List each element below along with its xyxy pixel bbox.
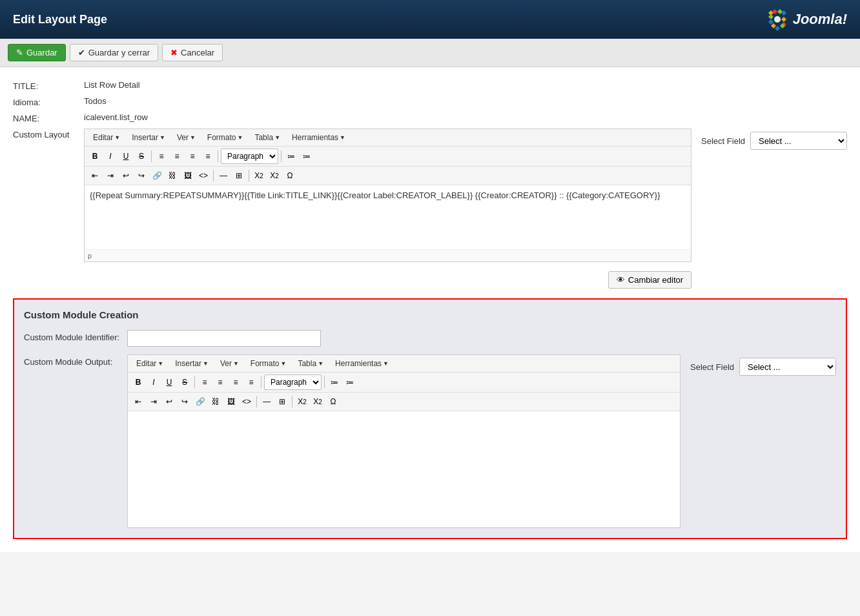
module-output-label: Custom Module Output: bbox=[24, 354, 127, 367]
code2-button[interactable]: <> bbox=[240, 395, 254, 409]
undo-button[interactable]: ↩ bbox=[119, 169, 133, 183]
editor1-menu-herramientas[interactable]: Herramientas ▼ bbox=[287, 131, 351, 144]
page-title: Edit Layout Page bbox=[13, 13, 107, 26]
omega-button[interactable]: Ω bbox=[283, 169, 297, 183]
underline2-button[interactable]: U bbox=[162, 375, 176, 389]
main-toolbar: ✎ Guardar ✔ Guardar y cerrar ✖ Cancelar bbox=[0, 39, 860, 67]
select-field-label1: Select Field bbox=[701, 136, 745, 146]
bold2-button[interactable]: B bbox=[131, 375, 145, 389]
paragraph2-select[interactable]: Paragraph bbox=[264, 375, 322, 390]
idioma-label: Idioma: bbox=[13, 96, 84, 107]
indent-left-button[interactable]: ⇤ bbox=[88, 169, 102, 183]
unordered-list2-button[interactable]: ≔ bbox=[327, 375, 342, 389]
save-close-button[interactable]: ✔ Guardar y cerrar bbox=[70, 44, 158, 61]
link2-button[interactable]: 🔗 bbox=[193, 395, 207, 409]
editor2-container: Editar ▼ Insertar ▼ Ver ▼ Formato bbox=[127, 354, 681, 528]
bold-button[interactable]: B bbox=[88, 149, 102, 163]
align-center2-button[interactable]: ≡ bbox=[213, 375, 227, 389]
editor2-menu-insertar[interactable]: Insertar ▼ bbox=[170, 357, 214, 370]
tabla-arrow-icon: ▼ bbox=[274, 134, 280, 141]
align-left2-button[interactable]: ≡ bbox=[198, 375, 212, 389]
italic-button[interactable]: I bbox=[103, 149, 118, 163]
editor2-menu-formato[interactable]: Formato ▼ bbox=[245, 357, 292, 370]
omega2-button[interactable]: Ω bbox=[326, 395, 340, 409]
times-icon: ✖ bbox=[170, 48, 178, 57]
tabla2-arrow-icon: ▼ bbox=[318, 360, 323, 367]
subscript2-button[interactable]: X2 bbox=[295, 395, 309, 409]
ordered-list-button[interactable]: ≔ bbox=[300, 149, 314, 163]
separator9 bbox=[256, 396, 257, 407]
cambiar-editor-button[interactable]: 👁 Cambiar editor bbox=[608, 271, 691, 289]
superscript2-button[interactable]: X2 bbox=[311, 395, 325, 409]
separator4 bbox=[213, 170, 214, 181]
table2-button[interactable]: ⊞ bbox=[275, 395, 289, 409]
align-justify-button[interactable]: ≡ bbox=[201, 149, 215, 163]
editar2-arrow-icon: ▼ bbox=[158, 360, 163, 367]
ver2-arrow-icon: ▼ bbox=[233, 360, 239, 367]
editor1-menubar: Editar ▼ Insertar ▼ Ver ▼ Formato ▼ bbox=[85, 129, 691, 147]
italic2-button[interactable]: I bbox=[147, 375, 161, 389]
subscript-button[interactable]: X2 bbox=[252, 169, 266, 183]
align-right-button[interactable]: ≡ bbox=[185, 149, 200, 163]
herramientas2-arrow-icon: ▼ bbox=[383, 360, 389, 367]
separator3 bbox=[281, 150, 282, 162]
module-identifier-input[interactable] bbox=[127, 330, 321, 347]
hr-button[interactable]: — bbox=[216, 169, 230, 183]
image-button[interactable]: 🖼 bbox=[181, 169, 195, 183]
editor2-body[interactable] bbox=[128, 411, 680, 528]
editor2-menu-editar[interactable]: Editar ▼ bbox=[131, 357, 169, 370]
underline-button[interactable]: U bbox=[119, 149, 133, 163]
formato-arrow-icon: ▼ bbox=[238, 134, 243, 141]
separator8 bbox=[324, 376, 325, 388]
editor2-menu-tabla[interactable]: Tabla ▼ bbox=[292, 357, 329, 370]
unlink-button[interactable]: ⛓ bbox=[165, 169, 179, 183]
unordered-list-button[interactable]: ≔ bbox=[284, 149, 298, 163]
editor1-body[interactable]: {{Repeat Summary:REPEATSUMMARY}}{{Title … bbox=[85, 185, 691, 250]
redo2-button[interactable]: ↪ bbox=[178, 395, 192, 409]
editor2-menu-ver[interactable]: Ver ▼ bbox=[215, 357, 244, 370]
code-button[interactable]: <> bbox=[196, 169, 210, 183]
strikethrough2-button[interactable]: S bbox=[178, 375, 192, 389]
paragraph-select[interactable]: Paragraph bbox=[221, 149, 278, 164]
svg-point-0 bbox=[774, 16, 781, 23]
main-content: TITLE: List Row Detail Idioma: Todos NAM… bbox=[0, 67, 860, 552]
strikethrough-button[interactable]: S bbox=[134, 149, 148, 163]
unlink2-button[interactable]: ⛓ bbox=[209, 395, 223, 409]
save-button[interactable]: ✎ Guardar bbox=[8, 44, 66, 61]
module-identifier-label: Custom Module Identifier: bbox=[24, 330, 127, 342]
editor1-menu-tabla[interactable]: Tabla ▼ bbox=[249, 131, 285, 144]
image2-button[interactable]: 🖼 bbox=[224, 395, 238, 409]
editor1-menu-insertar[interactable]: Insertar ▼ bbox=[127, 131, 170, 144]
title-label: TITLE: bbox=[13, 80, 84, 91]
cancel-button[interactable]: ✖ Cancelar bbox=[162, 44, 223, 61]
editor1-menu-editar[interactable]: Editar ▼ bbox=[88, 131, 125, 144]
separator1 bbox=[151, 150, 152, 162]
select-field-dropdown2[interactable]: Select ... bbox=[739, 358, 836, 376]
undo2-button[interactable]: ↩ bbox=[162, 395, 176, 409]
link-button[interactable]: 🔗 bbox=[150, 169, 164, 183]
select-field-dropdown1[interactable]: Select ... bbox=[750, 132, 847, 150]
editor2-toolbar1: B I U S ≡ ≡ ≡ ≡ Paragraph bbox=[128, 373, 680, 393]
align-center-button[interactable]: ≡ bbox=[170, 149, 184, 163]
align-justify2-button[interactable]: ≡ bbox=[244, 375, 258, 389]
editor1-tag: p bbox=[88, 252, 92, 260]
align-left-button[interactable]: ≡ bbox=[154, 149, 169, 163]
ordered-list2-button[interactable]: ≔ bbox=[343, 375, 357, 389]
redo-button[interactable]: ↪ bbox=[134, 169, 148, 183]
editor1-menu-formato[interactable]: Formato ▼ bbox=[202, 131, 249, 144]
table-button[interactable]: ⊞ bbox=[232, 169, 246, 183]
herramientas-arrow-icon: ▼ bbox=[340, 134, 345, 141]
module-output-row: Custom Module Output: Editar ▼ Insertar … bbox=[24, 354, 836, 528]
editor1-toolbar2: ⇤ ⇥ ↩ ↪ 🔗 ⛓ 🖼 <> — ⊞ X2 X2 Ω bbox=[85, 167, 691, 185]
hr2-button[interactable]: — bbox=[260, 395, 274, 409]
editor2-menu-herramientas[interactable]: Herramientas ▼ bbox=[330, 357, 394, 370]
indent-right2-button[interactable]: ⇥ bbox=[147, 395, 161, 409]
custom-layout-row: Custom Layout Editar ▼ Insertar ▼ Ver bbox=[13, 128, 847, 289]
editor1-wrapper: Editar ▼ Insertar ▼ Ver ▼ Formato ▼ bbox=[84, 128, 691, 289]
indent-left2-button[interactable]: ⇤ bbox=[131, 395, 145, 409]
align-right2-button[interactable]: ≡ bbox=[229, 375, 243, 389]
indent-right-button[interactable]: ⇥ bbox=[103, 169, 118, 183]
editor1-menu-ver[interactable]: Ver ▼ bbox=[172, 131, 201, 144]
superscript-button[interactable]: X2 bbox=[267, 169, 282, 183]
custom-module-section: Custom Module Creation Custom Module Ide… bbox=[13, 298, 847, 539]
